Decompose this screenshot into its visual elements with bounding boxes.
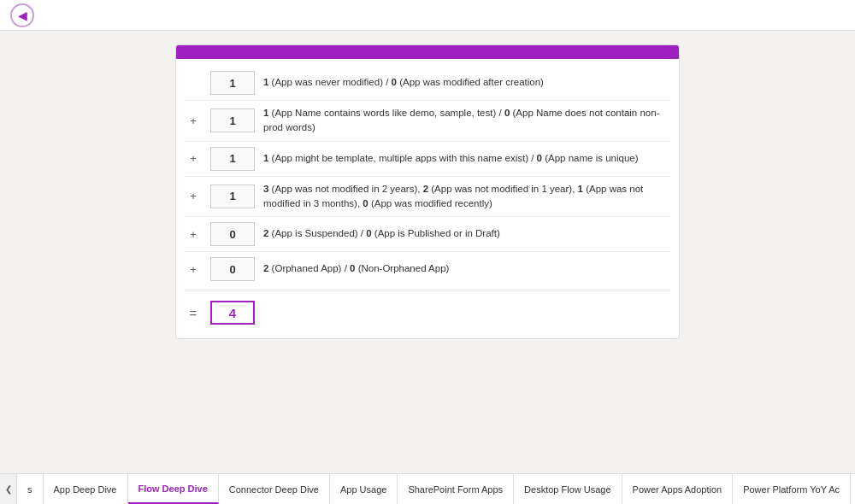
back-button[interactable]: ◀ (10, 3, 34, 27)
footer-tab-sharepoint-form-apps[interactable]: SharePoint Form Apps (398, 474, 514, 504)
score-row: 11 (App was never modified) / 0 (App was… (176, 66, 679, 100)
score-value: 1 (210, 71, 255, 95)
score-value: 0 (210, 222, 255, 246)
total-score: 4 (210, 301, 255, 325)
score-row: +13 (App was not modified in 2 years), 2… (176, 177, 679, 217)
archive-score-card: 11 (App was never modified) / 0 (App was… (175, 44, 680, 339)
score-description: 2 (Orphaned App) / 0 (Non-Orphaned App) (263, 261, 670, 276)
score-value: 1 (210, 147, 255, 171)
footer-tab-app-deep-dive[interactable]: App Deep Dive (44, 474, 128, 504)
score-row: +02 (App is Suspended) / 0 (App is Publi… (176, 217, 679, 251)
footer-tab-power-platform-yoy-ac[interactable]: Power Platform YoY Ac (733, 474, 851, 504)
score-description: 1 (App was never modified) / 0 (App was … (263, 75, 670, 90)
score-description: 3 (App was not modified in 2 years), 2 (… (263, 182, 670, 212)
footer-tab-s[interactable]: s (17, 474, 44, 504)
total-row: =4 (176, 294, 679, 331)
card-body: 11 (App was never modified) / 0 (App was… (176, 59, 679, 338)
row-operator: + (185, 228, 202, 241)
footer-tab-flow-deep-dive[interactable]: Flow Deep Dive (128, 474, 219, 504)
row-operator: + (185, 114, 202, 127)
score-description: 2 (App is Suspended) / 0 (App is Publish… (263, 226, 670, 241)
footer-tab-desktop-flow-usage[interactable]: Desktop Flow Usage (514, 474, 622, 504)
equals-sign: = (185, 306, 202, 320)
score-row: +11 (App Name contains words like demo, … (176, 101, 679, 141)
footer-tab-connector-deep-dive[interactable]: Connector Deep Dive (219, 474, 330, 504)
footer-tab-power-apps-adoption[interactable]: Power Apps Adoption (622, 474, 734, 504)
score-value: 1 (210, 185, 255, 208)
header: ◀ (0, 0, 855, 31)
score-value: 0 (210, 257, 255, 281)
score-description: 1 (App might be template, multiple apps … (263, 151, 670, 166)
row-operator: + (185, 152, 202, 165)
back-icon: ◀ (18, 9, 27, 22)
score-row: +11 (App might be template, multiple app… (176, 142, 679, 176)
row-operator: + (185, 190, 202, 202)
score-description: 1 (App Name contains words like demo, sa… (263, 106, 670, 136)
footer-tabs: ❮ sApp Deep DiveFlow Deep DiveConnector … (0, 473, 855, 504)
main-content: 11 (App was never modified) / 0 (App was… (0, 31, 855, 473)
card-title (176, 45, 679, 59)
score-row: +02 (Orphaned App) / 0 (Non-Orphaned App… (176, 252, 679, 286)
tab-scroll-left[interactable]: ❮ (0, 474, 17, 504)
footer-tab-app-usage[interactable]: App Usage (330, 474, 398, 504)
score-value: 1 (210, 108, 255, 132)
row-operator: + (185, 263, 202, 276)
